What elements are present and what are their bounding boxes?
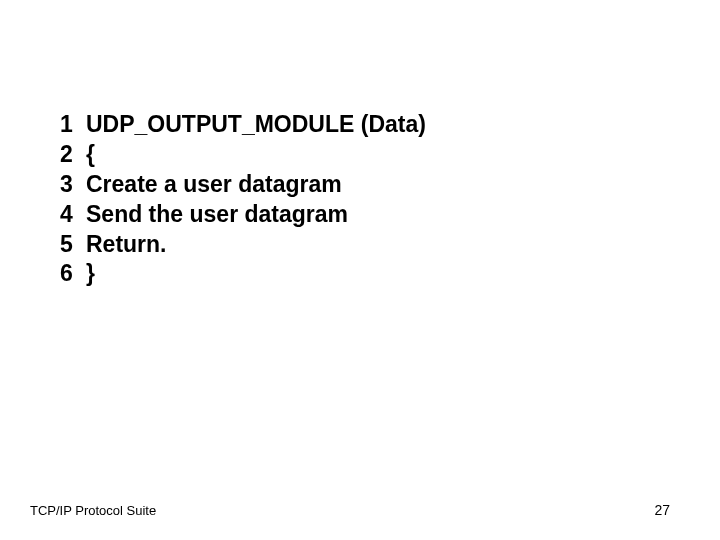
line-number: 1 (60, 110, 82, 140)
code-listing: 1 UDP_OUTPUT_MODULE (Data) 2 { 3 Create … (60, 110, 426, 289)
code-line: 2 { (60, 140, 426, 170)
line-text: Return. (86, 230, 167, 260)
line-text: } (86, 259, 95, 289)
line-number: 6 (60, 259, 82, 289)
line-number: 2 (60, 140, 82, 170)
line-number: 4 (60, 200, 82, 230)
line-text: UDP_OUTPUT_MODULE (Data) (86, 110, 426, 140)
line-text: Create a user datagram (86, 170, 342, 200)
code-line: 1 UDP_OUTPUT_MODULE (Data) (60, 110, 426, 140)
code-line: 5 Return. (60, 230, 426, 260)
code-line: 6 } (60, 259, 426, 289)
page-number: 27 (654, 502, 670, 518)
code-line: 4 Send the user datagram (60, 200, 426, 230)
line-text: Send the user datagram (86, 200, 348, 230)
line-number: 3 (60, 170, 82, 200)
line-text: { (86, 140, 95, 170)
line-number: 5 (60, 230, 82, 260)
footer-text: TCP/IP Protocol Suite (30, 503, 156, 518)
code-line: 3 Create a user datagram (60, 170, 426, 200)
